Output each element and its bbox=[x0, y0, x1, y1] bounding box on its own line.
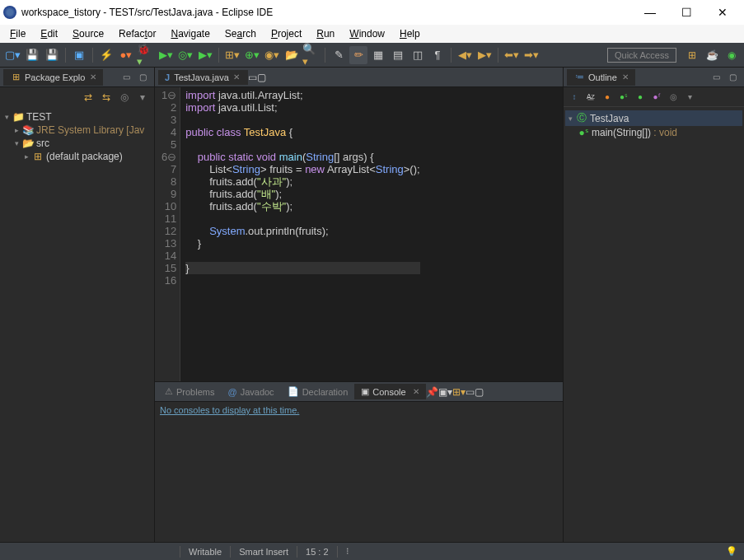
open-perspective-button[interactable]: ▣ bbox=[70, 46, 88, 64]
save-all-button[interactable]: 💾 bbox=[43, 46, 61, 64]
hide-local-button[interactable]: ●ᶠ bbox=[649, 90, 664, 105]
declaration-tab[interactable]: 📄 Declaration bbox=[281, 384, 355, 399]
display-console-button[interactable]: ▣▾ bbox=[438, 386, 452, 398]
code-line[interactable]: List<String> fruits = new ArrayList<Stri… bbox=[185, 163, 419, 175]
new-button[interactable]: ▢▾ bbox=[3, 46, 21, 64]
paragraph-button[interactable]: ¶ bbox=[428, 46, 447, 64]
expand-arrow-icon[interactable]: ▾ bbox=[565, 114, 575, 123]
code-line[interactable]: public static void main(String[] args) { bbox=[185, 151, 419, 163]
code-line[interactable] bbox=[185, 250, 419, 262]
sort-button[interactable]: ↕ bbox=[567, 90, 582, 105]
external-tools-button[interactable]: ▶▾ bbox=[196, 46, 214, 64]
expand-arrow-icon[interactable]: ▸ bbox=[12, 126, 21, 134]
tree-package[interactable]: ▸ ⊞ (default package) bbox=[2, 150, 152, 163]
code-line[interactable] bbox=[185, 274, 419, 287]
collapse-all-button[interactable]: ⇄ bbox=[80, 89, 96, 105]
open-perspective-icon[interactable]: ⊞ bbox=[683, 46, 701, 64]
back-button[interactable]: ⬅▾ bbox=[503, 46, 521, 64]
maximize-view-button[interactable]: ▢ bbox=[475, 386, 484, 398]
editor-tab[interactable]: J TestJava.java ✕ bbox=[158, 70, 248, 85]
save-button[interactable]: 💾 bbox=[23, 46, 41, 64]
javadoc-tab[interactable]: @ Javadoc bbox=[221, 385, 280, 399]
search-button[interactable]: 🔍▾ bbox=[302, 46, 321, 64]
show-whitespace-button[interactable]: ◫ bbox=[409, 46, 427, 64]
debug-skip-button[interactable]: ⚡ bbox=[97, 46, 115, 64]
expand-arrow-icon[interactable]: ▸ bbox=[21, 152, 31, 161]
outline-class[interactable]: ▾ Ⓒ TestJava bbox=[565, 110, 742, 126]
focus-button[interactable]: ◎ bbox=[666, 90, 681, 105]
code-line[interactable]: import java.util.List; bbox=[185, 101, 419, 114]
open-type-button[interactable]: 📂 bbox=[283, 46, 301, 64]
new-package-button[interactable]: ⊕▾ bbox=[243, 46, 261, 64]
pin-console-button[interactable]: 📌 bbox=[426, 386, 438, 398]
code-line[interactable]: import java.util.ArrayList; bbox=[185, 89, 419, 101]
debug-button[interactable]: 🐞▾ bbox=[137, 46, 155, 64]
hide-fields-button[interactable]: ● bbox=[600, 90, 615, 105]
tip-icon[interactable]: 💡 bbox=[726, 546, 737, 557]
java-perspective-icon[interactable]: ☕ bbox=[703, 46, 721, 64]
quick-access-field[interactable]: Quick Access bbox=[607, 48, 676, 63]
close-button[interactable]: ✕ bbox=[704, 0, 741, 25]
code-editor[interactable]: 1⊖23456⊖78910111213141516 import java.ut… bbox=[155, 87, 563, 381]
console-tab[interactable]: ▣ Console ✕ bbox=[354, 384, 425, 399]
close-icon[interactable]: ✕ bbox=[413, 387, 419, 396]
menu-run[interactable]: Run bbox=[310, 26, 341, 41]
maximize-view-button[interactable]: ▢ bbox=[135, 70, 150, 85]
package-explorer-tab[interactable]: ⊞ Package Explo ✕ bbox=[3, 69, 103, 86]
menu-project[interactable]: Project bbox=[264, 26, 308, 41]
code-content[interactable]: import java.util.ArrayList;import java.u… bbox=[180, 87, 424, 381]
menu-refactor[interactable]: Refactor bbox=[112, 26, 162, 41]
close-icon[interactable]: ✕ bbox=[90, 72, 96, 82]
new-java-project-button[interactable]: ⊞▾ bbox=[223, 46, 241, 64]
outline-tab[interactable]: ≔ Outline ✕ bbox=[567, 69, 635, 86]
code-line[interactable]: } bbox=[185, 262, 419, 274]
az-sort-button[interactable]: A͟Z bbox=[583, 90, 598, 105]
annotation-prev-button[interactable]: ◀▾ bbox=[456, 46, 474, 64]
menu-source[interactable]: Source bbox=[66, 26, 110, 41]
menu-navigate[interactable]: Navigate bbox=[164, 26, 216, 41]
maximize-view-button[interactable]: ▢ bbox=[257, 72, 266, 83]
debug-perspective-icon[interactable]: ◉ bbox=[723, 46, 741, 64]
maximize-button[interactable]: ☐ bbox=[668, 0, 704, 25]
menu-help[interactable]: Help bbox=[393, 26, 427, 41]
code-line[interactable]: fruits.add("사과"); bbox=[185, 175, 419, 188]
maximize-view-button[interactable]: ▢ bbox=[725, 70, 740, 85]
outline-method[interactable]: ●ˢ main(String[]) : void bbox=[565, 126, 742, 139]
code-line[interactable]: public class TestJava { bbox=[185, 126, 419, 138]
debug-breakpoint-button[interactable]: ●▾ bbox=[117, 46, 135, 64]
toggle-block-button[interactable]: ▦ bbox=[369, 46, 387, 64]
menu-file[interactable]: File bbox=[3, 26, 32, 41]
coverage-button[interactable]: ◎▾ bbox=[176, 46, 194, 64]
toggle-highlight-button[interactable]: ✏ bbox=[349, 46, 367, 64]
toggle-mark-button[interactable]: ✎ bbox=[330, 46, 348, 64]
forward-button[interactable]: ➡▾ bbox=[522, 46, 540, 64]
minimize-view-button[interactable]: ▭ bbox=[119, 70, 133, 85]
status-options-icon[interactable]: ⁝ bbox=[346, 546, 349, 557]
view-menu-button[interactable]: ▾ bbox=[682, 90, 697, 105]
minimize-view-button[interactable]: ▭ bbox=[709, 70, 723, 85]
code-line[interactable]: fruits.add("배"); bbox=[185, 188, 419, 200]
hide-nonpublic-button[interactable]: ● bbox=[633, 90, 648, 105]
code-line[interactable] bbox=[185, 212, 419, 225]
expand-arrow-icon[interactable]: ▾ bbox=[12, 139, 21, 147]
open-console-button[interactable]: ⊞▾ bbox=[452, 386, 466, 398]
code-line[interactable]: System.out.println(fruits); bbox=[185, 225, 419, 237]
focus-button[interactable]: ◎ bbox=[116, 89, 133, 105]
code-line[interactable] bbox=[185, 114, 419, 126]
expand-arrow-icon[interactable]: ▾ bbox=[2, 113, 12, 121]
close-icon[interactable]: ✕ bbox=[233, 72, 240, 82]
menu-search[interactable]: Search bbox=[218, 26, 263, 41]
hide-static-button[interactable]: ●ˢ bbox=[616, 90, 631, 105]
link-editor-button[interactable]: ⇆ bbox=[98, 89, 115, 105]
annotation-next-button[interactable]: ▶▾ bbox=[475, 46, 494, 64]
minimize-view-button[interactable]: ▭ bbox=[248, 72, 257, 83]
code-line[interactable]: fruits.add("수박"); bbox=[185, 200, 419, 212]
tree-src[interactable]: ▾ 📂 src bbox=[2, 137, 152, 150]
code-line[interactable]: } bbox=[185, 237, 419, 250]
menu-window[interactable]: Window bbox=[343, 26, 391, 41]
code-line[interactable] bbox=[185, 138, 419, 151]
new-class-button[interactable]: ◉▾ bbox=[263, 46, 281, 64]
tree-jre[interactable]: ▸ 📚 JRE System Library [Jav bbox=[2, 124, 152, 137]
close-icon[interactable]: ✕ bbox=[622, 72, 629, 82]
view-menu-button[interactable]: ▾ bbox=[134, 89, 151, 105]
